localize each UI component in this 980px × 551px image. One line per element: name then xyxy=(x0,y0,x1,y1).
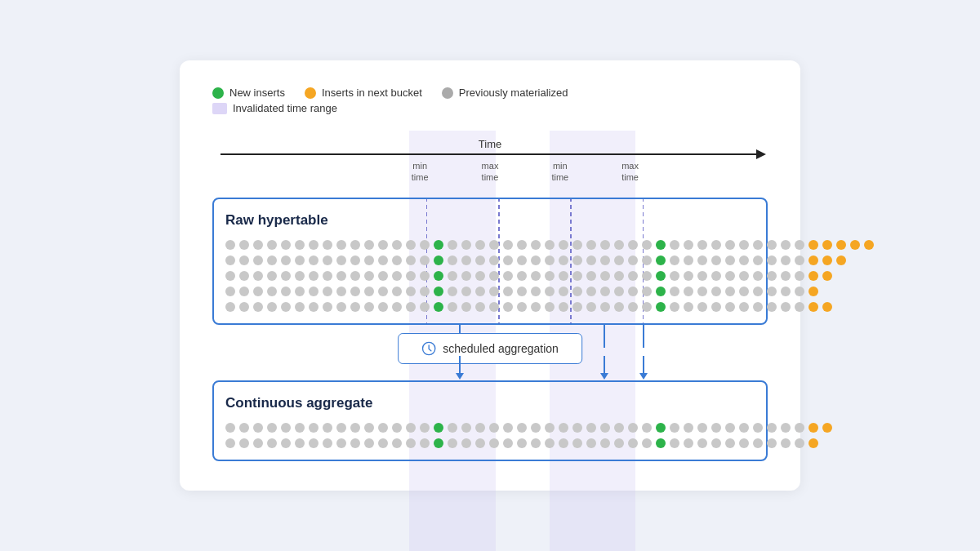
dot xyxy=(864,240,874,250)
dot xyxy=(545,287,555,296)
dot xyxy=(378,271,388,281)
dot xyxy=(503,423,513,433)
dot xyxy=(670,271,679,281)
dot xyxy=(684,287,693,296)
raw-hypertable-box: Raw hypertable xyxy=(212,198,768,325)
dot xyxy=(781,438,791,448)
dot xyxy=(281,256,291,265)
dot xyxy=(434,302,443,312)
dot xyxy=(350,438,360,448)
dot xyxy=(725,256,735,265)
dot xyxy=(406,287,416,296)
diagram-area: Time mintime maxtime mintime maxtime Raw… xyxy=(212,137,768,461)
dot xyxy=(420,302,430,312)
dot xyxy=(697,287,707,296)
legend: New inserts Inserts in next bucket Previ… xyxy=(212,87,768,114)
dot xyxy=(364,256,374,265)
dot xyxy=(323,438,332,448)
dot xyxy=(725,271,735,281)
dot xyxy=(642,302,652,312)
dot xyxy=(461,271,471,281)
dot-row xyxy=(225,438,755,448)
dot xyxy=(323,256,332,265)
dot xyxy=(461,256,471,265)
previously-materialized-label: Previously materialized xyxy=(459,87,568,99)
previously-materialized-dot xyxy=(442,87,453,99)
arrow-below-3 xyxy=(643,356,644,374)
scheduled-aggregation-row: scheduled aggregation xyxy=(212,325,768,374)
dot xyxy=(406,256,416,265)
dot xyxy=(684,302,693,312)
dot xyxy=(461,287,471,296)
dot xyxy=(600,240,610,250)
raw-hypertable-grid xyxy=(225,240,755,312)
dot xyxy=(753,423,763,433)
dot xyxy=(267,271,277,281)
dot xyxy=(559,240,568,250)
dot xyxy=(461,240,471,250)
dot xyxy=(795,287,804,296)
dot xyxy=(253,287,263,296)
dot xyxy=(795,271,804,281)
dot xyxy=(420,256,430,265)
dot xyxy=(503,240,513,250)
dot xyxy=(822,423,832,433)
dot xyxy=(642,256,652,265)
dot xyxy=(795,438,804,448)
dot-row xyxy=(225,271,755,281)
dot xyxy=(697,271,707,281)
dot-row xyxy=(225,423,755,433)
dot xyxy=(309,256,318,265)
dot xyxy=(656,287,666,296)
dot xyxy=(531,256,541,265)
dot xyxy=(309,240,318,250)
dot xyxy=(434,240,443,250)
dot xyxy=(767,256,777,265)
dot xyxy=(461,302,471,312)
dot xyxy=(725,438,735,448)
dot xyxy=(378,302,388,312)
dot xyxy=(767,438,777,448)
dot xyxy=(434,256,443,265)
dot xyxy=(253,240,263,250)
dot xyxy=(559,423,568,433)
dot xyxy=(711,256,721,265)
dot xyxy=(267,438,277,448)
min-time-1-label: mintime xyxy=(412,160,429,184)
dot xyxy=(711,438,721,448)
dot xyxy=(628,287,638,296)
dot xyxy=(267,287,277,296)
dot xyxy=(295,302,305,312)
dot xyxy=(448,240,457,250)
dot xyxy=(420,271,430,281)
dot xyxy=(753,302,763,312)
arrow-line-below-3 xyxy=(643,356,644,374)
dot xyxy=(822,256,832,265)
dot xyxy=(475,240,485,250)
dot xyxy=(350,256,360,265)
dot xyxy=(378,287,388,296)
dot xyxy=(614,240,624,250)
dot xyxy=(475,302,485,312)
dot xyxy=(697,240,707,250)
dot xyxy=(614,438,624,448)
dot xyxy=(697,302,707,312)
dot xyxy=(503,302,513,312)
arrow-below-1 xyxy=(459,356,461,374)
dot xyxy=(531,302,541,312)
arrow-line-below-2 xyxy=(604,356,605,374)
dot xyxy=(781,287,791,296)
dot xyxy=(489,302,499,312)
dot xyxy=(656,438,666,448)
dot xyxy=(739,256,749,265)
min-time-2-label: mintime xyxy=(551,160,568,184)
dot xyxy=(670,438,679,448)
continuous-aggregate-box: Continuous aggregate xyxy=(212,380,768,461)
dot xyxy=(572,240,582,250)
dot xyxy=(795,240,804,250)
dot xyxy=(489,256,499,265)
dot xyxy=(739,287,749,296)
new-inserts-dot xyxy=(212,87,224,99)
dot xyxy=(586,287,596,296)
legend-invalidated-time-range: Invalidated time range xyxy=(212,102,768,114)
